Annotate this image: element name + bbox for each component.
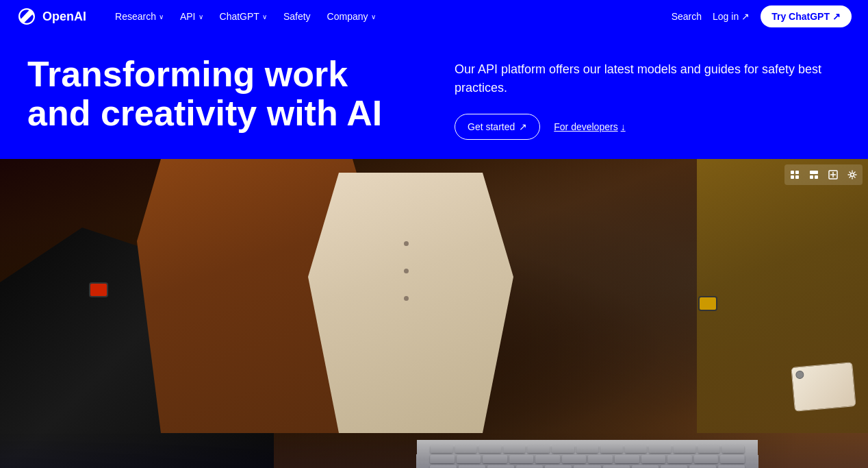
hero-title: Transforming work and creativity with AI [27,55,383,133]
expand-icon [828,170,838,180]
arrow-down-icon: ↓ [621,121,626,132]
nav-chatgpt[interactable]: ChatGPT ∨ [213,7,274,26]
external-link-icon: ↗ [741,11,750,22]
hero-left-column: Transforming work and creativity with AI [27,55,413,133]
shirt-button-2 [404,269,409,273]
svg-rect-3 [795,175,799,179]
chevron-down-icon: ∨ [199,13,203,21]
toolbar-button-3[interactable] [824,166,842,184]
svg-point-10 [851,173,854,177]
get-started-button[interactable]: Get started ↗ [455,114,540,140]
chevron-down-icon: ∨ [371,13,376,21]
nav-company[interactable]: Company ∨ [320,7,383,26]
brand-name: OpenAI [42,10,86,24]
grid-icon [790,170,800,180]
chevron-down-icon: ∨ [262,13,267,21]
hero-image [0,159,868,468]
navigation: OpenAI Research ∨ API ∨ ChatGPT ∨ Safety… [0,0,868,33]
gear-icon [847,170,857,180]
hero-right-column: Our API platform offers our latest model… [455,55,841,140]
shirt-button-3 [404,296,409,301]
nav-links: Research ∨ API ∨ ChatGPT ∨ Safety Compan… [108,7,672,26]
svg-rect-0 [791,171,794,174]
nav-safety[interactable]: Safety [277,7,318,26]
for-developers-button[interactable]: For developers ↓ [554,121,625,132]
svg-rect-6 [815,175,818,179]
nav-research[interactable]: Research ∨ [108,7,170,26]
openai-logo-icon [16,6,37,27]
svg-rect-2 [791,175,794,179]
hero-description: Our API platform offers our latest model… [455,60,838,97]
hero-buttons: Get started ↗ For developers ↓ [455,114,841,140]
hero-section: Transforming work and creativity with AI… [0,33,868,159]
login-button[interactable]: Log in ↗ [713,11,750,22]
arrow-icon: ↗ [832,11,841,22]
svg-rect-1 [795,171,799,174]
chevron-down-icon: ∨ [159,13,164,21]
try-chatgpt-button[interactable]: Try ChatGPT ↗ [761,5,852,27]
layout-icon [809,170,819,180]
search-button[interactable]: Search [672,11,702,22]
nav-right-actions: Search Log in ↗ Try ChatGPT ↗ [672,5,852,27]
phone-camera [795,370,804,379]
nav-api[interactable]: API ∨ [173,7,210,26]
logo[interactable]: OpenAI [16,6,86,27]
phone-device [791,362,856,412]
toolbar-button-1[interactable] [786,166,804,184]
svg-rect-4 [810,171,818,174]
settings-button[interactable] [843,166,861,184]
watch-red [89,282,108,297]
arrow-icon: ↗ [519,121,527,132]
svg-rect-5 [810,175,813,179]
image-toolbar [784,164,863,185]
toolbar-button-2[interactable] [805,166,823,184]
photo-background [0,159,868,468]
shirt-button-1 [404,241,409,246]
image-overlay [0,433,868,468]
